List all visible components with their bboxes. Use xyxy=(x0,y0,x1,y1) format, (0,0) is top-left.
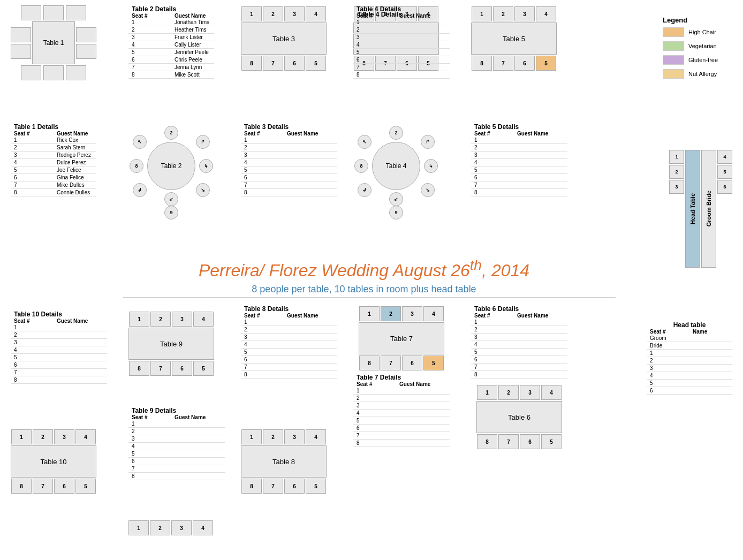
t3-bot-2: 7 xyxy=(263,56,283,71)
table8-details-top: Table 8 Details Seat # Guest Name 1 2 3 … xyxy=(241,305,337,379)
table4-body: Table 4 xyxy=(372,142,420,190)
t9-bot-4: 5 xyxy=(193,361,214,376)
table10-diagram: 1 2 3 4 Table 10 8 7 6 5 xyxy=(11,428,96,495)
table4-details: Table 4 Details Seat # Guest Name 1 2 3 … xyxy=(353,5,450,79)
table2-details: Table 2 Details Seat # Guest Name 1Jonat… xyxy=(128,5,214,79)
separator-line xyxy=(123,297,616,298)
t3-top-3: 3 xyxy=(284,6,305,21)
t10-bot-1: 8 xyxy=(11,479,32,494)
t3-bot-4: 5 xyxy=(306,56,326,71)
table5-body: Table 5 xyxy=(471,22,557,55)
head-table-vertical-diagram: 1 2 3 Head Table Groom Bride 4 5 6 xyxy=(669,150,732,268)
t9-top-3: 3 xyxy=(172,312,192,327)
legend-gluten-free: Gluten-free xyxy=(663,55,732,65)
t9-top-1: 1 xyxy=(129,312,149,327)
t4-seat-6r: ↙ xyxy=(389,192,403,206)
legend-nut-color xyxy=(663,69,684,79)
main-container: Table 1 Table 1 Details Seat # Guest Nam… xyxy=(0,0,743,560)
table1-details: Table 1 Details Seat # Guest Name 1Rick … xyxy=(11,123,96,196)
t4-seat-4r: ↳ xyxy=(424,159,438,173)
table3-body: Table 3 xyxy=(241,22,327,55)
t1-seat-top-3 xyxy=(66,5,86,20)
table10-details: Table 10 Details Seat # Guest Name 1 2 3… xyxy=(11,311,107,384)
t2-seat-4: ↳ xyxy=(199,159,213,173)
t9-bot-1: 8 xyxy=(129,361,149,376)
table9-top-diagram: 1 2 3 4 Table 9 8 7 6 5 xyxy=(128,311,214,377)
table6-body: Table 6 xyxy=(476,401,562,433)
table4-diagram-round: 2 ↱ ↳ ↘ ↙ ↲ 8 ↖ Table 4 9 xyxy=(353,123,439,209)
t3-bot-3: 6 xyxy=(284,56,305,71)
t2-seat-6: ↙ xyxy=(164,192,178,206)
legend-vegetarian: Vegetarian xyxy=(663,41,732,51)
t2-seat-2: 2 xyxy=(164,126,178,140)
t4-seat-2: 2 xyxy=(389,126,403,140)
table10-body: Table 10 xyxy=(11,445,96,478)
legend-gluten-color xyxy=(663,55,684,65)
table3-diagram: 1 2 3 4 Table 3 8 7 6 5 xyxy=(241,5,327,72)
t10-bot-4: 5 xyxy=(75,479,96,494)
wedding-title-area: Perreira/ Florez Wedding August 26th, 20… xyxy=(123,257,605,295)
legend-nut-allergy: Nut Allergy xyxy=(663,69,732,79)
t5-bot-2: 7 xyxy=(493,56,513,71)
table9-details: Table 9 Details Seat # Guest Name 1 2 3 … xyxy=(128,407,225,480)
t8-top-4: 4 xyxy=(306,429,326,444)
t3-bot-1: 8 xyxy=(241,56,262,71)
t5-top-4: 4 xyxy=(536,6,556,21)
t10-top-4: 4 xyxy=(75,429,96,444)
legend-high-chair: High Chair xyxy=(663,27,732,37)
legend-high-chair-color xyxy=(663,27,684,37)
table8-upper-diagram: 1 2 3 4 Table 8 8 7 6 5 xyxy=(241,428,327,495)
t2-seat-9: 9 xyxy=(164,206,178,220)
t3-top-1: 1 xyxy=(241,6,262,21)
table7-details-top: 1 2 3 4 Table 7 8 7 6 5 Table 7 Details xyxy=(353,305,450,447)
legend: Legend High Chair Vegetarian Gluten-free… xyxy=(663,16,732,83)
t2-seat-8: 8 xyxy=(130,159,143,173)
t4-seat-9: 9 xyxy=(389,206,403,220)
wedding-title: Perreira/ Florez Wedding August 26th, 20… xyxy=(123,257,605,281)
table2-body: Table 2 xyxy=(147,142,195,190)
t4-seat-7r: ↲ xyxy=(358,183,372,197)
t8-top-2: 2 xyxy=(263,429,283,444)
t4-seat-5r: ↘ xyxy=(421,183,435,197)
head-table-groom-body: Head Table xyxy=(685,150,700,268)
t1-seat-left-1 xyxy=(11,27,31,42)
t1-seat-bot-3 xyxy=(66,65,86,80)
table9-lower-diagram: 1 2 3 4 xyxy=(128,519,213,536)
t2-seat-7: ↲ xyxy=(133,183,147,197)
t10-bot-2: 7 xyxy=(33,479,53,494)
table5-diagram: 1 2 3 4 Table 5 8 7 6 5 xyxy=(471,5,557,72)
wedding-subtitle: 8 people per table, 10 tables in room pl… xyxy=(123,284,605,295)
t10-top-1: 1 xyxy=(11,429,32,444)
t10-top-3: 3 xyxy=(54,429,74,444)
table9-body: Table 9 xyxy=(128,328,214,360)
head-table-details: Head table Seat # Name Groom Bride 1 2 3… xyxy=(647,321,732,395)
table2-diagram: 2 ↱ ↳ ↘ ↙ ↲ 8 ↖ Table 2 9 xyxy=(128,123,214,209)
t8-bot-2: 7 xyxy=(263,479,283,494)
table6-area: Table 6 Details Seat # Guest Name 1 2 3 … xyxy=(471,305,567,450)
t8-top-1: 1 xyxy=(241,429,262,444)
t9-top-2: 2 xyxy=(150,312,171,327)
t3-top-2: 2 xyxy=(263,6,283,21)
table8-body: Table 8 xyxy=(241,445,327,478)
t5-bot-4: 5 xyxy=(536,56,556,71)
table1-diagram: Table 1 xyxy=(11,5,96,80)
t9-bot-3: 6 xyxy=(172,361,192,376)
t9-top-4: 4 xyxy=(193,312,214,327)
t4-seat-1r: ↖ xyxy=(358,135,372,149)
t1-seat-bot-2 xyxy=(43,65,64,80)
t8-bot-3: 6 xyxy=(284,479,305,494)
table3-details: Table 3 Details Seat # Guest Name 1 2 3 … xyxy=(241,123,337,196)
t2-seat-1: ↖ xyxy=(133,135,147,149)
t5-bot-1: 8 xyxy=(472,56,492,71)
t5-top-1: 1 xyxy=(472,6,492,21)
t1-seat-top-2 xyxy=(43,5,64,20)
legend-vegetarian-color xyxy=(663,41,684,51)
t4-seat-3r: ↱ xyxy=(421,135,435,149)
t8-bot-4: 5 xyxy=(306,479,326,494)
t3-top-4: 4 xyxy=(306,6,326,21)
t5-top-2: 2 xyxy=(493,6,513,21)
t2-seat-5: ↘ xyxy=(196,183,210,197)
t9-bot-2: 7 xyxy=(150,361,171,376)
t1-seat-left-2 xyxy=(11,44,31,59)
table1-body: Table 1 xyxy=(32,21,75,64)
